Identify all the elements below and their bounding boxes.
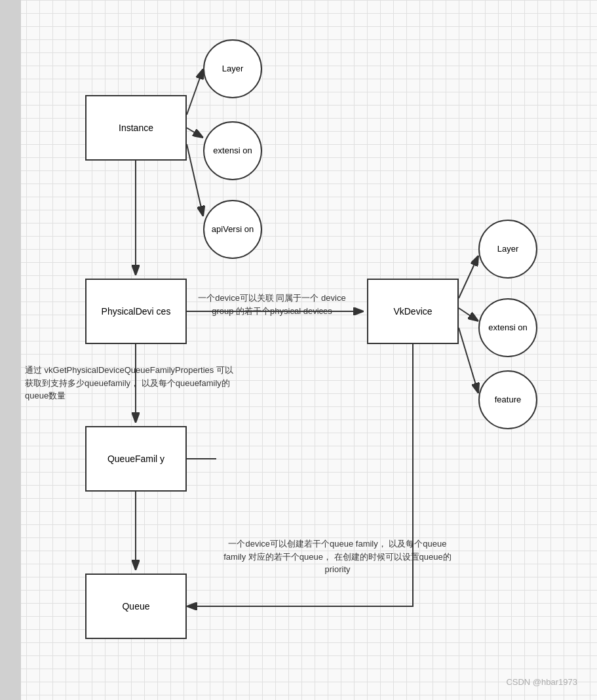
layer2-node: Layer <box>478 220 537 279</box>
physicaldevices-node: PhysicalDevi ces <box>85 279 187 344</box>
feature-node: feature <box>478 370 537 429</box>
extension2-node: extensi on <box>478 298 537 357</box>
watermark: CSDN @hbar1973 <box>506 677 577 687</box>
device-queue-info-label: 一个device可以创建若干个queue family， 以及每个queue f… <box>216 537 459 576</box>
apiversion-node: apiVersi on <box>203 200 262 259</box>
vkdevice-node: VkDevice <box>367 279 459 344</box>
queue-node: Queue <box>85 574 187 639</box>
queuefamily-node: QueueFamil y <box>85 426 187 492</box>
diagram-container: Instance Layer extensi on apiVersi on Ph… <box>0 0 597 700</box>
device-group-label: 一个device可以关联 同属于一个 device group 的若干个phys… <box>193 292 351 317</box>
instance-node: Instance <box>85 95 187 161</box>
queue-family-info-label: 通过 vkGetPhysicalDeviceQueueFamilyPropert… <box>25 364 235 402</box>
layer1-node: Layer <box>203 39 262 98</box>
extension1-node: extensi on <box>203 121 262 180</box>
